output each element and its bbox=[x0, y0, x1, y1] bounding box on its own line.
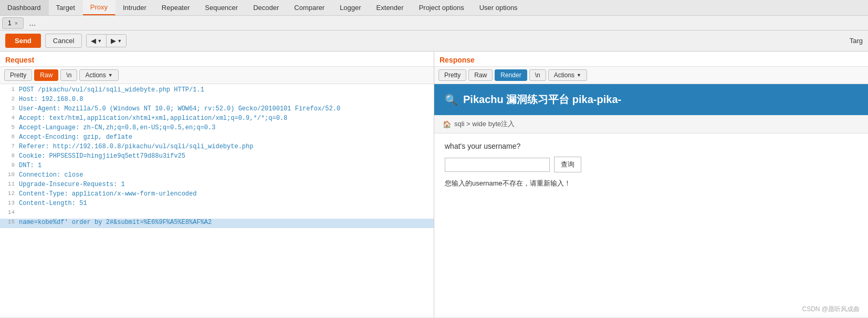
nav-repeater[interactable]: Repeater bbox=[154, 0, 197, 15]
nav-extender[interactable]: Extender bbox=[369, 0, 412, 15]
request-line: 2Host: 192.168.0.8 bbox=[0, 96, 434, 105]
response-header: Response bbox=[434, 52, 868, 67]
nav-sequencer[interactable]: Sequencer bbox=[197, 0, 246, 15]
line-number: 15 bbox=[2, 219, 15, 228]
request-line: 9DNT: 1 bbox=[0, 162, 434, 171]
tab-label: 1 bbox=[8, 19, 12, 27]
line-number: 14 bbox=[2, 209, 15, 219]
tab-bar: 1 × ... bbox=[0, 16, 868, 30]
next-button[interactable]: ▶ ▼ bbox=[107, 35, 126, 47]
close-icon[interactable]: × bbox=[15, 20, 18, 26]
line-content: POST /pikachu/vul/sqli/sqli_widebyte.php… bbox=[19, 86, 432, 96]
request-line: 14 bbox=[0, 209, 434, 219]
dropdown-icon: ▼ bbox=[577, 73, 581, 78]
history-nav-group: ◀ ▼ ▶ ▼ bbox=[86, 34, 127, 47]
render-breadcrumb: 🏠 sqli > wide byte注入 bbox=[434, 115, 868, 134]
line-number: 5 bbox=[2, 124, 15, 134]
line-number: 8 bbox=[2, 152, 15, 162]
render-banner: 🔍 Pikachu 漏洞练习平台 pika-pika- bbox=[434, 84, 868, 115]
request-line: 15name=kobe%df' order by 2#&submit=%E6%9… bbox=[0, 219, 434, 228]
line-number: 7 bbox=[2, 143, 15, 152]
repeater-tab-1[interactable]: 1 × bbox=[2, 17, 24, 29]
request-line: 1POST /pikachu/vul/sqli/sqli_widebyte.ph… bbox=[0, 86, 434, 96]
send-button[interactable]: Send bbox=[5, 34, 41, 48]
response-tab-raw[interactable]: Raw bbox=[468, 69, 493, 81]
nav-comparer[interactable]: Comparer bbox=[287, 0, 332, 15]
response-render-area: 🔍 Pikachu 漏洞练习平台 pika-pika- 🏠 sqli > wid… bbox=[434, 84, 868, 317]
banner-text: Pikachu 漏洞练习平台 pika-pika- bbox=[463, 93, 621, 107]
request-line: 8Cookie: PHPSESSID=hingjiie9q5ett79d88u3… bbox=[0, 152, 434, 162]
request-tab-raw[interactable]: Raw bbox=[34, 69, 58, 81]
line-content: Content-Type: application/x-www-form-url… bbox=[19, 190, 432, 200]
line-number: 12 bbox=[2, 190, 15, 200]
line-content: User-Agent: Mozilla/5.0 (Windows NT 10.0… bbox=[19, 105, 432, 115]
request-line: 13Content-Length: 51 bbox=[0, 200, 434, 209]
render-question: what's your username? bbox=[445, 142, 857, 150]
nav-dashboard[interactable]: Dashboard bbox=[0, 0, 49, 15]
chevron-right-icon: ▶ bbox=[111, 37, 116, 45]
line-number: 10 bbox=[2, 171, 15, 181]
chevron-left-icon: ◀ bbox=[91, 37, 96, 45]
request-actions-button[interactable]: Actions ▼ bbox=[79, 69, 118, 81]
render-input-row: 查询 bbox=[445, 157, 857, 172]
response-tab-newline[interactable]: \n bbox=[529, 69, 546, 81]
request-tab-newline[interactable]: \n bbox=[60, 69, 77, 81]
line-content: Connection: close bbox=[19, 171, 432, 181]
repeater-toolbar: Send Cancel ◀ ▼ ▶ ▼ Targ bbox=[0, 30, 868, 52]
line-number: 4 bbox=[2, 115, 15, 124]
request-line: 7Referer: http://192.168.0.8/pikachu/vul… bbox=[0, 143, 434, 152]
breadcrumb-text: sqli > wide byte注入 bbox=[454, 119, 515, 129]
line-content: name=kobe%df' order by 2#&submit=%E6%9F%… bbox=[19, 219, 432, 228]
username-input[interactable] bbox=[445, 158, 550, 172]
response-toolbar: Pretty Raw Render \n Actions ▼ bbox=[434, 67, 868, 84]
query-button[interactable]: 查询 bbox=[554, 157, 581, 172]
line-number: 3 bbox=[2, 105, 15, 115]
request-code-area[interactable]: 1POST /pikachu/vul/sqli/sqli_widebyte.ph… bbox=[0, 84, 434, 317]
main-content: Request Pretty Raw \n Actions ▼ 1POST /p… bbox=[0, 52, 868, 317]
nav-project-options[interactable]: Project options bbox=[412, 0, 472, 15]
line-content bbox=[19, 209, 432, 219]
nav-target[interactable]: Target bbox=[49, 0, 83, 15]
nav-logger[interactable]: Logger bbox=[332, 0, 369, 15]
nav-user-options[interactable]: User options bbox=[472, 0, 526, 15]
request-toolbar: Pretty Raw \n Actions ▼ bbox=[0, 67, 434, 84]
search-icon: 🔍 bbox=[445, 94, 458, 106]
response-tab-render[interactable]: Render bbox=[495, 69, 527, 81]
request-line: 5Accept-Language: zh-CN,zh;q=0.8,en-US;q… bbox=[0, 124, 434, 134]
line-number: 13 bbox=[2, 200, 15, 209]
cancel-button[interactable]: Cancel bbox=[45, 34, 82, 48]
request-line: 3User-Agent: Mozilla/5.0 (Windows NT 10.… bbox=[0, 105, 434, 115]
watermark: CSDN @愿听风成曲 bbox=[802, 305, 860, 314]
line-number: 11 bbox=[2, 181, 15, 190]
line-content: Accept-Encoding: gzip, deflate bbox=[19, 134, 432, 143]
line-number: 2 bbox=[2, 96, 15, 105]
line-content: Content-Length: 51 bbox=[19, 200, 432, 209]
line-content: Referer: http://192.168.0.8/pikachu/vul/… bbox=[19, 143, 432, 152]
request-line: 11Upgrade-Insecure-Requests: 1 bbox=[0, 181, 434, 190]
dropdown-icon: ▼ bbox=[108, 73, 113, 78]
line-content: Accept-Language: zh-CN,zh;q=0.8,en-US;q=… bbox=[19, 124, 432, 134]
response-tab-pretty[interactable]: Pretty bbox=[438, 69, 466, 81]
prev-button[interactable]: ◀ ▼ bbox=[87, 35, 107, 47]
line-content: DNT: 1 bbox=[19, 162, 432, 171]
request-header: Request bbox=[0, 52, 434, 67]
tab-more[interactable]: ... bbox=[26, 18, 39, 28]
line-content: Accept: text/html,application/xhtml+xml,… bbox=[19, 115, 432, 124]
line-number: 6 bbox=[2, 134, 15, 143]
nav-decoder[interactable]: Decoder bbox=[246, 0, 287, 15]
dropdown-icon: ▼ bbox=[117, 38, 122, 44]
response-panel: Response Pretty Raw Render \n Actions ▼ … bbox=[434, 52, 868, 317]
line-content: Upgrade-Insecure-Requests: 1 bbox=[19, 181, 432, 190]
request-tab-pretty[interactable]: Pretty bbox=[4, 69, 32, 81]
home-icon: 🏠 bbox=[443, 120, 451, 128]
nav-intruder[interactable]: Intruder bbox=[116, 0, 154, 15]
top-navigation: Dashboard Target Proxy Intruder Repeater… bbox=[0, 0, 868, 16]
render-error-text: 您输入的username不存在，请重新输入！ bbox=[445, 179, 857, 188]
target-label: Targ bbox=[850, 37, 863, 45]
dropdown-icon: ▼ bbox=[97, 38, 102, 44]
request-line: 10Connection: close bbox=[0, 171, 434, 181]
nav-proxy[interactable]: Proxy bbox=[83, 0, 116, 15]
render-body: what's your username? 查询 您输入的username不存在… bbox=[434, 134, 868, 197]
response-actions-button[interactable]: Actions ▼ bbox=[548, 69, 587, 81]
request-line: 12Content-Type: application/x-www-form-u… bbox=[0, 190, 434, 200]
